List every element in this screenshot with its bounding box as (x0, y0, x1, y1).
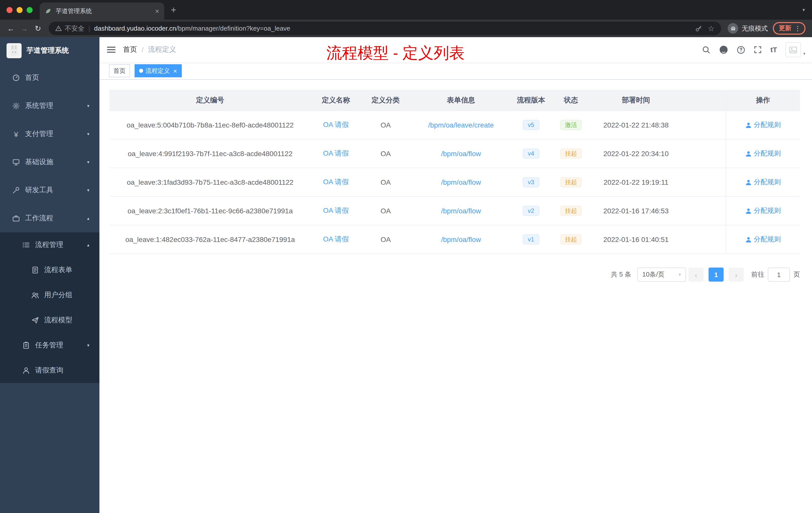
browser-menu-icon[interactable]: ⋮ (794, 25, 801, 32)
definition-category: OA (381, 207, 391, 215)
breadcrumb-home[interactable]: 首页 (123, 45, 137, 54)
browser-toolbar: ← → ↻ 不安全 | dashboard.yudao.iocoder.cn/b… (0, 20, 812, 37)
help-icon[interactable] (737, 46, 746, 54)
next-page-button[interactable]: › (729, 268, 744, 281)
goto-page-input[interactable] (768, 268, 790, 281)
tab-close-icon[interactable]: × (155, 7, 159, 15)
sidebar-item-workflow[interactable]: 工作流程 ▴ (0, 204, 99, 233)
main-panel: 首页 / 流程定义 tT ▾ (99, 37, 812, 513)
bookmark-star-icon[interactable]: ☆ (708, 24, 715, 33)
minimize-window-button[interactable] (17, 7, 23, 13)
yen-icon: ¥ (10, 130, 22, 138)
goto-label: 前往 (751, 270, 764, 279)
pagination-goto: 前往 页 (751, 268, 800, 281)
browser-tab[interactable]: 芋道管理系统 × (40, 2, 164, 20)
sidebar-item-process-form[interactable]: 流程表单 (0, 258, 99, 282)
assign-rule-link[interactable]: 分配规则 (745, 206, 781, 215)
sidebar-item-leave-query[interactable]: 请假查询 (0, 358, 99, 383)
search-icon[interactable] (702, 46, 711, 54)
form-link[interactable]: /bpm/oa/flow (441, 207, 481, 215)
page-content: 定义编号 定义名称 定义分类 表单信息 流程版本 状态 部署时间 操作 oa_l… (99, 80, 812, 513)
omnibox-divider: | (88, 25, 90, 32)
fullscreen-icon[interactable] (754, 46, 762, 54)
prev-page-button[interactable]: ‹ (689, 268, 703, 281)
chevron-down-icon: ▾ (87, 131, 89, 137)
sidebar-item-user-group[interactable]: 用户分组 (0, 282, 99, 308)
person-icon (20, 366, 32, 374)
security-label[interactable]: 不安全 (65, 24, 84, 33)
column-header-category: 定义分类 (361, 90, 410, 111)
assign-rule-link[interactable]: 分配规则 (745, 120, 781, 129)
sidebar-item-label: 任务管理 (35, 341, 63, 350)
hamburger-icon[interactable] (99, 47, 123, 53)
table-row: oa_leave:3:1fad3d93-7b75-11ec-a3c8-acde4… (110, 168, 800, 197)
page-1-button[interactable]: 1 (708, 268, 724, 281)
refresh-button[interactable]: ↻ (31, 24, 45, 33)
tag-close-icon[interactable]: × (173, 67, 177, 74)
version-badge: v4 (523, 149, 539, 159)
sidebar-item-payment[interactable]: ¥ 支付管理 ▾ (0, 120, 99, 148)
user-avatar[interactable] (786, 42, 801, 57)
sidebar-item-label: 基础设施 (25, 158, 53, 167)
tag-label: 流程定义 (146, 66, 170, 75)
table-header-row: 定义编号 定义名称 定义分类 表单信息 流程版本 状态 部署时间 操作 (110, 90, 800, 111)
zoom-window-button[interactable] (27, 7, 33, 13)
definition-name-link[interactable]: OA 请假 (323, 149, 349, 158)
sidebar-item-infrastructure[interactable]: 基础设施 ▾ (0, 148, 99, 176)
address-bar[interactable]: 不安全 | dashboard.yudao.iocoder.cn/bpm/man… (49, 22, 721, 35)
definition-name-link[interactable]: OA 请假 (323, 178, 349, 187)
breadcrumb-separator: / (142, 46, 144, 54)
form-link[interactable]: /bpm/oa/flow (441, 235, 481, 243)
update-button[interactable]: 更新 ⋮ (773, 22, 806, 35)
sidebar-item-task-management[interactable]: 任务管理 ▾ (0, 333, 99, 358)
status-badge: 挂起 (560, 234, 581, 244)
logo-row[interactable]: 芋道管理系统 (0, 37, 99, 64)
sidebar-item-home[interactable]: 首页 (0, 64, 99, 92)
column-header-id: 定义编号 (110, 90, 311, 111)
form-link[interactable]: /bpm/oa/leave/create (428, 121, 494, 129)
key-icon[interactable] (695, 25, 702, 32)
assign-rule-link[interactable]: 分配规则 (745, 235, 781, 244)
page-size-select[interactable]: 10条/页 ▾ (637, 268, 686, 281)
back-button[interactable]: ← (4, 24, 18, 33)
chevron-down-icon: ▾ (87, 103, 89, 109)
new-tab-button[interactable]: + (171, 4, 176, 15)
forward-button[interactable]: → (18, 24, 31, 33)
user-menu[interactable]: ▾ (786, 42, 806, 57)
status-badge: 挂起 (560, 177, 581, 187)
version-badge: v1 (523, 234, 539, 244)
tab-strip-chevron-icon[interactable]: ▾ (803, 7, 805, 12)
assign-rule-link[interactable]: 分配规则 (745, 178, 781, 187)
font-size-icon[interactable]: tT (771, 46, 777, 54)
chevron-down-icon: ▾ (87, 343, 89, 348)
sidebar-item-label: 流程管理 (35, 240, 63, 249)
column-header-action: 操作 (726, 90, 800, 111)
monitor-icon (10, 158, 22, 166)
deploy-time: 2022-01-22 20:34:10 (603, 150, 669, 158)
tag-home[interactable]: 首页 (109, 64, 130, 77)
incognito-label: 无痕模式 (742, 24, 768, 33)
column-header-version: 流程版本 (512, 90, 550, 111)
table-row: oa_leave:5:004b710b-7b8a-11ec-8ef0-acde4… (110, 111, 800, 140)
definition-name-link[interactable]: OA 请假 (323, 235, 349, 244)
definition-name-link[interactable]: OA 请假 (323, 206, 349, 215)
close-window-button[interactable] (6, 7, 12, 13)
chevron-down-icon[interactable]: ▾ (803, 51, 806, 56)
sidebar-item-system[interactable]: 系统管理 ▾ (0, 92, 99, 120)
definition-category: OA (381, 150, 391, 158)
form-link[interactable]: /bpm/oa/flow (441, 150, 481, 158)
tag-process-definition[interactable]: 流程定义 × (135, 64, 181, 77)
github-icon[interactable] (719, 45, 728, 54)
form-link[interactable]: /bpm/oa/flow (441, 178, 481, 186)
sidebar-item-dev-tools[interactable]: 研发工具 ▾ (0, 176, 99, 204)
column-header-form: 表单信息 (410, 90, 512, 111)
assign-rule-link[interactable]: 分配规则 (745, 149, 781, 158)
warning-icon (55, 25, 62, 32)
sidebar-item-process-management[interactable]: 流程管理 ▴ (0, 233, 99, 258)
sidebar: 芋道管理系统 首页 系统管理 ▾ ¥ 支付管理 ▾ 基础设施 ▾ (0, 37, 99, 513)
sidebar-item-process-model[interactable]: 流程模型 (0, 308, 99, 333)
definition-name-link[interactable]: OA 请假 (323, 120, 349, 129)
assign-rule-label: 分配规则 (754, 120, 781, 129)
version-badge: v2 (523, 206, 539, 216)
incognito-badge[interactable]: 无痕模式 (728, 23, 768, 34)
